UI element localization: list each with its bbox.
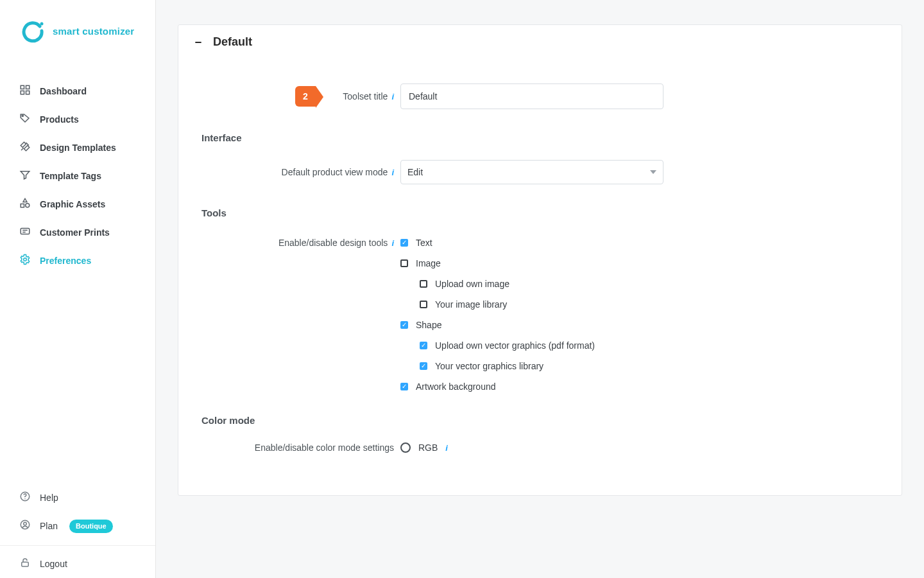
checkbox-upload-own-image[interactable] (420, 280, 427, 288)
tag-icon (19, 112, 31, 127)
sidebar-item-label: Design Templates (40, 143, 116, 153)
sidebar-item-customer-prints[interactable]: Customer Prints (13, 218, 149, 247)
default-view-select[interactable]: Edit (400, 160, 663, 184)
checkbox-label: Artwork background (416, 381, 496, 392)
sidebar-plan[interactable]: Plan Boutique (13, 512, 149, 540)
checkbox-artwork-background[interactable] (400, 383, 408, 390)
step-chip: 2 (295, 86, 316, 107)
checkbox-label: Text (416, 238, 432, 248)
info-icon[interactable]: i (391, 238, 394, 248)
section-tools-title: Tools (201, 207, 878, 218)
checkbox-shape[interactable] (400, 321, 408, 329)
svg-rect-14 (22, 562, 29, 566)
sidebar-item-design-templates[interactable]: Design Templates (13, 134, 149, 162)
preferences-panel: Default 2 Toolset title i Interface Defa… (178, 24, 902, 496)
toolset-title-input[interactable] (400, 83, 663, 109)
panel-body: 2 Toolset title i Interface Default prod… (178, 60, 902, 495)
checkbox-upload-own-vector[interactable] (420, 342, 427, 349)
sidebar-divider (0, 545, 155, 546)
brand: smart customizer (0, 0, 155, 63)
checkbox-label: Upload own vector graphics (pdf format) (435, 340, 595, 351)
sidebar-item-label: Dashboard (40, 86, 87, 96)
design-templates-icon (19, 141, 31, 155)
primary-nav: Dashboard Products Design Templates Temp… (0, 63, 155, 477)
svg-point-0 (40, 22, 44, 25)
main: Default 2 Toolset title i Interface Defa… (156, 0, 924, 578)
checkbox-image[interactable] (400, 259, 408, 267)
label-text: Default product view mode (282, 167, 388, 177)
toolset-title-row: 2 Toolset title i (201, 83, 878, 109)
checkbox-label: Your image library (435, 299, 507, 310)
minus-icon[interactable] (193, 37, 204, 48)
checkbox-your-image-library[interactable] (420, 301, 427, 308)
chevron-down-icon (650, 170, 656, 174)
checkbox-your-vector-library[interactable] (420, 362, 427, 370)
default-view-label: Default product view mode i (201, 167, 394, 177)
color-mode-row: Enable/disable color mode settings RGB i (201, 442, 878, 453)
sidebar-logout[interactable]: Logout (13, 550, 149, 578)
svg-rect-1 (21, 85, 24, 89)
sidebar-item-label: Customer Prints (40, 227, 110, 238)
sidebar-item-preferences[interactable]: Preferences (13, 247, 149, 275)
section-interface-title: Interface (201, 132, 878, 143)
svg-point-11 (24, 498, 26, 500)
sidebar-item-dashboard[interactable]: Dashboard (13, 77, 149, 105)
default-view-row: Default product view mode i Edit (201, 160, 878, 184)
gear-icon (19, 254, 31, 268)
info-icon[interactable]: i (391, 168, 394, 177)
sidebar-footer: Help Plan Boutique Logout (0, 477, 155, 578)
tool-text-row: Text (400, 238, 670, 248)
tools-row: Enable/disable design tools i Text Image (201, 235, 878, 392)
sidebar-item-label: Template Tags (40, 171, 101, 181)
checkbox-label: Your vector graphics library (435, 361, 543, 371)
funnel-icon (19, 169, 31, 183)
lock-icon (19, 557, 31, 571)
info-icon[interactable]: i (445, 443, 448, 453)
tool-image-upload-row: Upload own image (420, 279, 670, 289)
sidebar-help[interactable]: Help (13, 484, 149, 512)
prints-icon (19, 225, 31, 240)
tools-checkbox-list: Text Image Upload own image Your im (400, 235, 670, 392)
sidebar-item-label: Graphic Assets (40, 199, 105, 209)
tool-image-library-row: Your image library (420, 299, 670, 310)
tool-shape-library-row: Your vector graphics library (420, 361, 670, 371)
sidebar-item-products[interactable]: Products (13, 105, 149, 134)
sidebar-logout-label: Logout (40, 559, 67, 569)
tool-shape-upload-row: Upload own vector graphics (pdf format) (420, 340, 670, 351)
radio-rgb[interactable] (400, 442, 411, 453)
sidebar-item-label: Products (40, 114, 79, 125)
sidebar-item-graphic-assets[interactable]: Graphic Assets (13, 190, 149, 218)
user-icon (19, 519, 31, 533)
svg-rect-3 (21, 91, 24, 94)
svg-rect-8 (21, 229, 30, 234)
svg-rect-2 (26, 85, 30, 89)
svg-point-5 (22, 115, 23, 116)
checkbox-text[interactable] (400, 239, 408, 247)
checkbox-label: Shape (416, 320, 441, 330)
panel-header: Default (178, 25, 902, 60)
brand-logo-icon (22, 20, 45, 43)
sidebar: smart customizer Dashboard Products Desi… (0, 0, 156, 578)
select-value: Edit (407, 167, 423, 177)
svg-point-13 (24, 522, 27, 525)
app-shell: smart customizer Dashboard Products Desi… (0, 0, 924, 578)
plan-badge: Boutique (69, 520, 113, 533)
label-text: Enable/disable design tools (278, 238, 388, 248)
section-color-mode-title: Color mode (201, 415, 878, 426)
sidebar-item-label: Preferences (40, 256, 91, 266)
label-text: Toolset title (343, 91, 388, 101)
sidebar-item-template-tags[interactable]: Template Tags (13, 162, 149, 190)
color-mode-options: RGB i (400, 442, 670, 453)
svg-point-9 (24, 258, 27, 261)
sidebar-plan-label: Plan (40, 521, 58, 531)
svg-point-7 (26, 204, 30, 207)
tools-label: Enable/disable design tools i (201, 238, 394, 248)
label-text: Enable/disable color mode settings (255, 442, 394, 453)
color-mode-label: Enable/disable color mode settings (201, 442, 394, 453)
sidebar-help-label: Help (40, 493, 58, 503)
tool-shape-row: Shape (400, 320, 670, 330)
info-icon[interactable]: i (391, 92, 394, 101)
help-icon (19, 491, 31, 505)
svg-rect-6 (21, 204, 24, 207)
dashboard-icon (19, 84, 31, 98)
